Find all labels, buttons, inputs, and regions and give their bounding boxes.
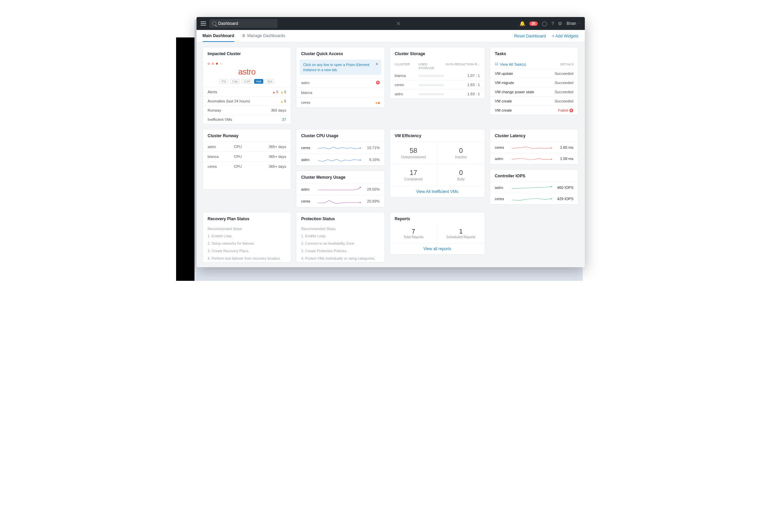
- pill-ava[interactable]: Ava: [254, 79, 263, 84]
- notification-badge[interactable]: 25: [529, 21, 538, 26]
- memory-row[interactable]: ceres20.89%: [296, 195, 385, 207]
- cluster-selector-dots[interactable]: [203, 60, 291, 66]
- svg-marker-0: [360, 147, 361, 149]
- svg-marker-7: [551, 198, 552, 199]
- search-input[interactable]: [218, 21, 275, 26]
- pill-conf[interactable]: Conf: [241, 79, 252, 84]
- inefficient-vms-row[interactable]: Inefficient VMs 37: [203, 115, 291, 124]
- view-all-reports-link[interactable]: View all reports: [423, 246, 451, 251]
- reports-card: Reports 7 Total Reports 1 Scheduled Repo…: [390, 212, 485, 255]
- iops-row[interactable]: astro460 IOPS: [490, 182, 578, 193]
- anomalies-row[interactable]: Anomalies (last 24 hours) ▲ 6: [203, 96, 291, 106]
- task-name: VM change power state: [495, 90, 534, 94]
- reduction-ratio: 1.83 : 1: [444, 92, 480, 96]
- inefficient-label: Inefficient VMs: [208, 117, 232, 122]
- task-row[interactable]: VM createSucceeded: [490, 96, 578, 106]
- runway-row[interactable]: ceresCPU365+ days: [203, 161, 291, 171]
- svg-marker-6: [551, 186, 552, 188]
- runway-value: 365 days: [271, 108, 286, 112]
- bully-cell[interactable]: 0 Bully: [437, 164, 485, 186]
- card-title: VM Efficiency: [390, 129, 485, 142]
- task-row[interactable]: VM createFailed ✕: [490, 106, 578, 115]
- task-row[interactable]: VM updateSucceeded: [490, 69, 578, 78]
- bell-icon[interactable]: 🔔: [519, 21, 525, 26]
- latency-row[interactable]: astro1.58 ms: [490, 153, 578, 164]
- tasks-details-header: DETAILS: [560, 62, 574, 66]
- protection-status-card: Protection Status Recommended Steps 1. E…: [296, 212, 385, 262]
- task-status: Succeeded: [554, 90, 573, 94]
- inactive-cell[interactable]: 0 Inactive: [437, 142, 485, 164]
- runway-row[interactable]: astroCPU365+ days: [203, 142, 291, 151]
- status-critical-icon: ✕: [376, 81, 380, 84]
- add-widgets-link[interactable]: + Add Widgets: [552, 34, 579, 38]
- iops-row[interactable]: ceres429 IOPS: [490, 193, 578, 204]
- manage-dashboards-link[interactable]: ⚙ Manage Dashboards: [242, 30, 285, 42]
- search-field[interactable]: [209, 19, 278, 28]
- runway-row[interactable]: Runway 365 days: [203, 106, 291, 115]
- sparkline-chart: [512, 196, 553, 202]
- anomalies-label: Anomalies (last 24 hours): [208, 99, 250, 103]
- search-icon: [212, 21, 216, 26]
- overprovisioned-cell[interactable]: 58 Overprovisioned: [390, 142, 437, 164]
- memory-usage-card: Cluster Memory Usage astro28.55%ceres20.…: [296, 171, 385, 207]
- protection-step: 4. Protect VMs individually or using cat…: [296, 255, 385, 262]
- task-row[interactable]: VM migrateSucceeded: [490, 78, 578, 87]
- manage-dashboards-label: Manage Dashboards: [247, 33, 285, 38]
- user-menu[interactable]: Brian ﹀: [566, 21, 580, 26]
- constrained-cell[interactable]: 17 Constrained: [390, 164, 437, 186]
- tab-main-dashboard[interactable]: Main Dashboard: [203, 30, 234, 42]
- alert-warning-icon: ▲: [280, 90, 284, 94]
- sparkline-chart: [318, 144, 362, 151]
- quick-access-item[interactable]: ceres: [296, 97, 385, 107]
- card-title: Cluster CPU Usage: [296, 129, 385, 142]
- reduction-ratio: 1.07 : 1: [444, 74, 480, 78]
- storage-bar: [419, 75, 444, 77]
- view-inefficient-vms-link[interactable]: View All Inefficient VMs: [416, 189, 458, 194]
- recommended-steps-label: Recommended Steps: [296, 225, 385, 232]
- storage-row[interactable]: astro1.83 : 1: [390, 89, 485, 98]
- total-reports-cell[interactable]: 7 Total Reports: [390, 225, 437, 243]
- inefficient-value: 37: [282, 117, 286, 122]
- tasks-card: Tasks ☑ View All Task(s) DETAILS VM upda…: [490, 47, 579, 115]
- menu-icon[interactable]: [201, 21, 206, 26]
- svg-marker-4: [551, 147, 552, 149]
- pill-sys[interactable]: Sys: [265, 79, 274, 84]
- cpu-row[interactable]: ceres10.71%: [296, 142, 385, 154]
- table-header: CLUSTER USED STORAGE DATA REDUCTION R...: [390, 60, 485, 71]
- storage-row[interactable]: bianca1.07 : 1: [390, 71, 485, 80]
- status-warning-icon: [375, 100, 380, 104]
- scheduled-reports-cell[interactable]: 1 Scheduled Reports: [437, 225, 485, 243]
- pill-per[interactable]: Per: [219, 79, 228, 84]
- category-pills: Per Cap Conf Ava Sys: [203, 79, 291, 87]
- latency-row[interactable]: ceres1.65 ms: [490, 142, 578, 153]
- task-name: VM create: [495, 99, 512, 103]
- quick-access-card: Cluster Quick Access Click on any line t…: [296, 47, 385, 108]
- recovery-step: 3. Create Recovery Plans.: [203, 247, 291, 255]
- close-icon[interactable]: ✕: [375, 62, 378, 67]
- sparkline-chart: [318, 186, 362, 193]
- cpu-usage-card: Cluster CPU Usage ceres10.71%astro9.16%: [296, 129, 385, 166]
- task-row[interactable]: VM change power stateSucceeded: [490, 87, 578, 96]
- memory-row[interactable]: astro28.55%: [296, 183, 385, 195]
- quick-access-item[interactable]: astro ✕: [296, 78, 385, 87]
- quick-access-item[interactable]: bianca: [296, 87, 385, 97]
- view-all-tasks-link[interactable]: ☑ View All Task(s): [495, 62, 526, 66]
- activity-icon[interactable]: ◯: [542, 21, 547, 26]
- pill-cap[interactable]: Cap: [230, 79, 240, 84]
- help-icon[interactable]: ?: [551, 21, 554, 26]
- card-title: Cluster Quick Access: [296, 47, 385, 60]
- runway-row[interactable]: biancaCPU365+ days: [203, 151, 291, 161]
- storage-bar: [419, 93, 444, 95]
- task-name: VM update: [495, 71, 513, 76]
- storage-row[interactable]: ceres1.83 : 1: [390, 80, 485, 89]
- protection-step: 3. Create Protection Policies.: [296, 247, 385, 255]
- info-banner: Click on any line to open a Prism Elemen…: [300, 60, 381, 75]
- reset-dashboard-link[interactable]: Reset Dashboard: [514, 34, 546, 38]
- alert-critical-icon: ▲: [272, 90, 276, 94]
- alerts-row[interactable]: Alerts ▲0 ▲0: [203, 87, 291, 96]
- task-status: Succeeded: [554, 71, 573, 76]
- protection-step: 1. Enable Leap.: [296, 232, 385, 240]
- status-failed-icon: ✕: [569, 109, 573, 112]
- settings-gear-icon[interactable]: ⚙: [558, 21, 562, 26]
- cpu-row[interactable]: astro9.16%: [296, 154, 385, 165]
